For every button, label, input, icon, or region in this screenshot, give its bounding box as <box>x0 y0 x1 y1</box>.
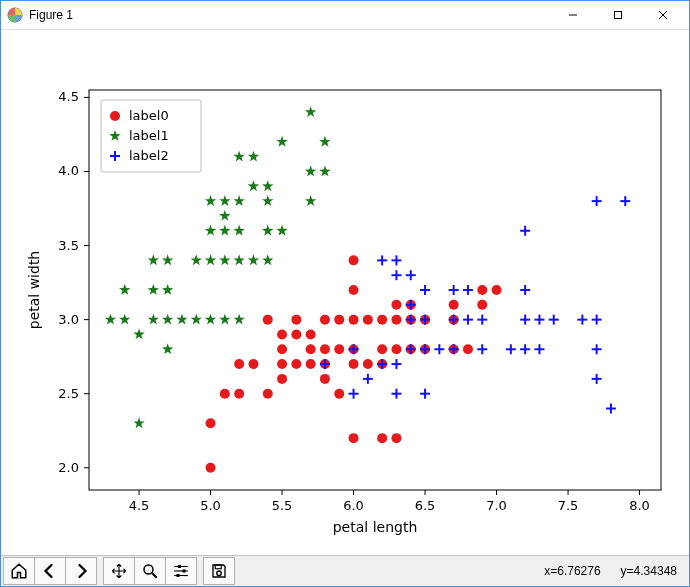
svg-text:4.0: 4.0 <box>58 163 79 178</box>
svg-line-223 <box>152 573 157 578</box>
svg-point-65 <box>291 315 301 325</box>
svg-point-85 <box>391 433 401 443</box>
svg-point-87 <box>277 329 287 339</box>
svg-point-47 <box>291 359 301 369</box>
svg-point-71 <box>391 315 401 325</box>
svg-text:4.5: 4.5 <box>129 498 150 513</box>
svg-point-46 <box>277 359 287 369</box>
svg-point-78 <box>492 285 502 295</box>
svg-rect-2 <box>614 12 621 19</box>
configure-subplots-button[interactable] <box>165 557 197 585</box>
svg-point-215 <box>110 111 120 121</box>
svg-point-70 <box>377 315 387 325</box>
svg-text:3.5: 3.5 <box>58 238 79 253</box>
svg-text:label1: label1 <box>129 128 169 143</box>
svg-text:7.0: 7.0 <box>486 498 507 513</box>
svg-text:6.5: 6.5 <box>415 498 436 513</box>
svg-point-51 <box>363 359 373 369</box>
svg-point-76 <box>391 300 401 310</box>
svg-text:8.0: 8.0 <box>629 498 650 513</box>
home-button[interactable] <box>3 557 35 585</box>
svg-rect-227 <box>183 570 186 573</box>
svg-point-88 <box>306 329 316 339</box>
svg-point-75 <box>349 285 359 295</box>
svg-point-66 <box>320 315 330 325</box>
svg-text:petal width: petal width <box>26 251 42 330</box>
svg-point-63 <box>463 344 473 354</box>
svg-text:petal length: petal length <box>333 519 418 535</box>
svg-rect-229 <box>177 574 180 577</box>
cursor-coords: x=6.76276 y=4.34348 <box>544 564 677 578</box>
svg-point-58 <box>377 344 387 354</box>
svg-text:label2: label2 <box>129 148 169 163</box>
svg-point-59 <box>391 344 401 354</box>
svg-point-222 <box>144 565 153 574</box>
svg-text:3.0: 3.0 <box>58 312 79 327</box>
figure-canvas[interactable]: 4.55.05.56.06.57.07.58.02.02.53.03.54.04… <box>1 30 689 555</box>
svg-rect-230 <box>215 565 221 569</box>
svg-point-54 <box>306 344 316 354</box>
svg-point-68 <box>349 315 359 325</box>
svg-text:2.0: 2.0 <box>58 460 79 475</box>
svg-point-67 <box>334 315 344 325</box>
window-frame: Figure 1 4.55.05.56.06.57.07.58.02.02.53… <box>0 0 690 587</box>
svg-point-41 <box>277 374 287 384</box>
svg-point-48 <box>306 359 316 369</box>
svg-text:7.5: 7.5 <box>558 498 579 513</box>
svg-text:5.5: 5.5 <box>272 498 293 513</box>
svg-point-44 <box>234 359 244 369</box>
scatter-plot: 4.55.05.56.06.57.07.58.02.02.53.03.54.04… <box>1 30 689 555</box>
save-button[interactable] <box>203 557 235 585</box>
svg-point-39 <box>234 389 244 399</box>
minimize-button[interactable] <box>550 1 595 29</box>
title-bar: Figure 1 <box>1 1 689 30</box>
svg-point-55 <box>320 344 330 354</box>
svg-point-81 <box>349 255 359 265</box>
maximize-button[interactable] <box>595 1 640 29</box>
back-button[interactable] <box>34 557 66 585</box>
window-title: Figure 1 <box>29 8 73 22</box>
pan-button[interactable] <box>103 557 135 585</box>
svg-point-69 <box>363 315 373 325</box>
svg-point-80 <box>449 300 459 310</box>
svg-point-64 <box>263 315 273 325</box>
svg-point-84 <box>377 433 387 443</box>
svg-point-43 <box>334 389 344 399</box>
close-button[interactable] <box>640 1 685 29</box>
svg-point-40 <box>263 389 273 399</box>
svg-text:2.5: 2.5 <box>58 386 79 401</box>
svg-point-38 <box>220 389 230 399</box>
svg-point-231 <box>217 571 222 576</box>
svg-point-86 <box>291 329 301 339</box>
svg-point-42 <box>320 374 330 384</box>
svg-text:6.0: 6.0 <box>343 498 364 513</box>
svg-point-36 <box>206 463 216 473</box>
svg-text:label0: label0 <box>129 108 169 123</box>
app-icon <box>7 7 23 23</box>
svg-point-79 <box>477 300 487 310</box>
svg-point-56 <box>334 344 344 354</box>
svg-point-50 <box>349 359 359 369</box>
svg-text:4.5: 4.5 <box>58 89 79 104</box>
svg-point-37 <box>206 418 216 428</box>
forward-button[interactable] <box>65 557 97 585</box>
svg-point-53 <box>277 344 287 354</box>
svg-text:5.0: 5.0 <box>200 498 221 513</box>
matplotlib-toolbar: x=6.76276 y=4.34348 <box>1 555 689 586</box>
svg-point-83 <box>349 433 359 443</box>
svg-point-45 <box>248 359 258 369</box>
svg-rect-225 <box>178 565 181 568</box>
svg-point-82 <box>477 285 487 295</box>
zoom-button[interactable] <box>134 557 166 585</box>
